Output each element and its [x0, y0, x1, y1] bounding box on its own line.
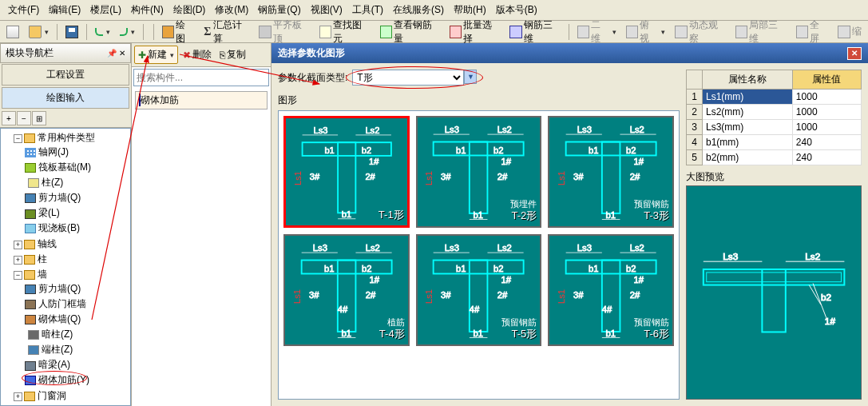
tree-item-masonrywall[interactable]: 砌体墙(Q) — [38, 313, 81, 324]
prop-value[interactable]: 1000 — [792, 120, 861, 135]
tree-item-masonryrebar[interactable]: 砌体加筋(Y) — [38, 374, 89, 385]
property-row[interactable]: 5 b2(mm) 240 — [687, 150, 862, 165]
close-button[interactable]: ✕ — [847, 47, 862, 60]
menu-floor[interactable]: 楼层(L) — [85, 2, 126, 18]
component-list-panel: ✚新建 ✖删除 ⎘复制 砌体加筋 — [132, 43, 271, 406]
prop-index: 1 — [687, 90, 703, 105]
shape-label: T-6形 — [644, 327, 669, 341]
svg-rect-72 — [566, 260, 656, 273]
tree-item-rfwall[interactable]: 人防门框墙 — [38, 298, 86, 309]
tree-cat-opening[interactable]: 门窗洞 — [38, 390, 66, 401]
tree-item-endcol[interactable]: 端柱(Z) — [42, 344, 73, 355]
tab-project-settings[interactable]: 工程设置 — [2, 64, 129, 86]
shape-label: T-1形 — [379, 208, 404, 222]
new-file-button[interactable] — [3, 24, 22, 40]
rebar-icon — [25, 376, 36, 385]
sum-button[interactable]: Σ汇总计算 — [200, 17, 252, 47]
topview-icon — [626, 26, 638, 38]
prop-value[interactable]: 240 — [792, 135, 861, 150]
nav-tool-button[interactable]: ⊞ — [32, 111, 46, 125]
fullscreen-label: 全屏 — [810, 18, 828, 46]
property-row[interactable]: 1 Ls1(mm) 1000 — [687, 90, 862, 105]
tree-cat-column[interactable]: 柱 — [38, 253, 47, 265]
new-component-button[interactable]: ✚新建 — [134, 46, 178, 64]
property-row[interactable]: 2 Ls2(mm) 1000 — [687, 105, 862, 120]
view2d-button[interactable]: 二维 — [574, 17, 620, 47]
section-type-select[interactable]: T形 — [352, 70, 464, 86]
svg-text:Ls1: Ls1 — [557, 289, 566, 304]
shape-option-1[interactable]: Ls3Ls2 b2b1 1#2#3# b1 Ls1 T-1形 — [283, 116, 410, 228]
batch-button[interactable]: 批量选择 — [446, 17, 504, 47]
folder-icon — [24, 270, 35, 280]
topview-label: 俯视 — [640, 18, 658, 46]
column-icon — [28, 178, 39, 188]
tree-toggle[interactable]: − — [14, 271, 22, 280]
draw-label: 绘图 — [176, 18, 194, 46]
component-tree[interactable]: −常用构件类型 轴网(J) 筏板基础(M) 柱(Z) 剪力墙(Q) 梁(L) 现… — [0, 128, 131, 406]
search-input[interactable] — [133, 69, 269, 86]
tree-item-hiddencol[interactable]: 暗柱(Z) — [42, 328, 73, 340]
collapse-all-button[interactable]: − — [17, 111, 31, 125]
tree-cat-wall[interactable]: 墙 — [38, 269, 47, 280]
tree-item-grid[interactable]: 轴网(J) — [38, 146, 69, 157]
tab-draw-input[interactable]: 绘图输入 — [2, 87, 129, 109]
svg-text:Ls2: Ls2 — [497, 243, 512, 253]
prop-value[interactable]: 1000 — [792, 105, 861, 120]
tree-item-slab[interactable]: 现浇板(B) — [38, 222, 80, 233]
copy-label: 复制 — [227, 48, 246, 62]
topview-button[interactable]: 俯视 — [623, 17, 668, 47]
expand-all-button[interactable]: + — [2, 111, 16, 125]
menu-edit[interactable]: 编辑(E) — [44, 2, 85, 18]
copy-component-button[interactable]: ⎘复制 — [216, 46, 249, 63]
tree-root[interactable]: 常用构件类型 — [38, 132, 95, 143]
tree-item-shearwall2[interactable]: 剪力墙(Q) — [38, 283, 81, 294]
prop-name: b2(mm) — [703, 150, 793, 165]
svg-text:Ls2: Ls2 — [365, 243, 379, 253]
find-button[interactable]: 查找图元 — [316, 17, 374, 47]
tree-item-beam[interactable]: 梁(L) — [38, 207, 60, 218]
fullscreen-button[interactable]: 全屏 — [793, 17, 831, 47]
rebar-qty-button[interactable]: 查看钢筋量 — [377, 17, 443, 47]
prop-value[interactable]: 1000 — [792, 90, 861, 105]
rebar3d-button[interactable]: 钢筋三维 — [506, 17, 564, 47]
flat-button[interactable]: 平齐板顶 — [256, 17, 313, 47]
tree-item-raft[interactable]: 筏板基础(M) — [38, 161, 91, 173]
tree-item-shearwall[interactable]: 剪力墙(Q) — [38, 192, 81, 203]
dropdown-arrow-icon[interactable]: ▼ — [464, 70, 477, 84]
pin-icon[interactable]: 📌 ✕ — [107, 49, 125, 58]
batch-icon — [450, 26, 462, 38]
tree-toggle[interactable]: − — [14, 134, 22, 143]
zoom-button[interactable]: 缩 — [834, 23, 865, 40]
tree-item-hiddenbeam[interactable]: 暗梁(A) — [38, 359, 70, 370]
menu-file[interactable]: 文件(F) — [3, 2, 44, 18]
save-button[interactable] — [62, 24, 81, 40]
svg-text:b1: b1 — [456, 263, 466, 273]
shape-label: T-3形 — [644, 209, 669, 223]
redo-button[interactable] — [117, 26, 138, 38]
property-row[interactable]: 4 b1(mm) 240 — [687, 135, 862, 150]
shape-option-6[interactable]: Ls3Ls2 b2b1 1#2#3# b1 4# Ls1 预留钢筋T-6形 — [548, 234, 674, 346]
folder-icon — [24, 240, 35, 249]
svg-text:Ls1: Ls1 — [557, 171, 566, 185]
draw-button[interactable]: 绘图 — [159, 17, 197, 47]
delete-component-button[interactable]: ✖删除 — [180, 46, 215, 63]
shape-option-3[interactable]: Ls3Ls2 b2b1 1#2#3# b1 Ls1 预留钢筋T-3形 — [548, 116, 674, 228]
tree-toggle[interactable]: + — [14, 241, 22, 249]
component-item-selected[interactable]: 砌体加筋 — [135, 91, 268, 109]
tree-cat-axis[interactable]: 轴线 — [38, 238, 57, 249]
prop-value[interactable]: 240 — [792, 150, 861, 165]
shape-option-5[interactable]: Ls3Ls2 b2b1 1#2#3# b1 4# Ls1 预留钢筋T-5形 — [416, 234, 542, 346]
open-file-icon — [29, 26, 42, 38]
tree-item-column[interactable]: 柱(Z) — [42, 177, 63, 188]
rebar3d-icon — [509, 26, 521, 38]
local3d-button[interactable]: 局部三维 — [732, 17, 790, 47]
tree-toggle[interactable]: + — [14, 392, 22, 401]
property-row[interactable]: 3 Ls3(mm) 1000 — [687, 120, 862, 135]
shape-option-4[interactable]: Ls3Ls2 b2b1 1#2#3# b1 4# Ls1 植筋T-4形 — [283, 234, 410, 346]
tree-toggle[interactable]: + — [14, 256, 22, 265]
shape-option-2[interactable]: Ls3Ls2 b2b1 1#2#3# b1 Ls1 预埋件T-2形 — [416, 116, 542, 228]
section-type-label: 参数化截面类型: — [278, 71, 347, 85]
undo-button[interactable] — [92, 26, 113, 38]
open-file-button[interactable] — [26, 24, 52, 40]
dynview-button[interactable]: 动态观察 — [672, 17, 729, 47]
